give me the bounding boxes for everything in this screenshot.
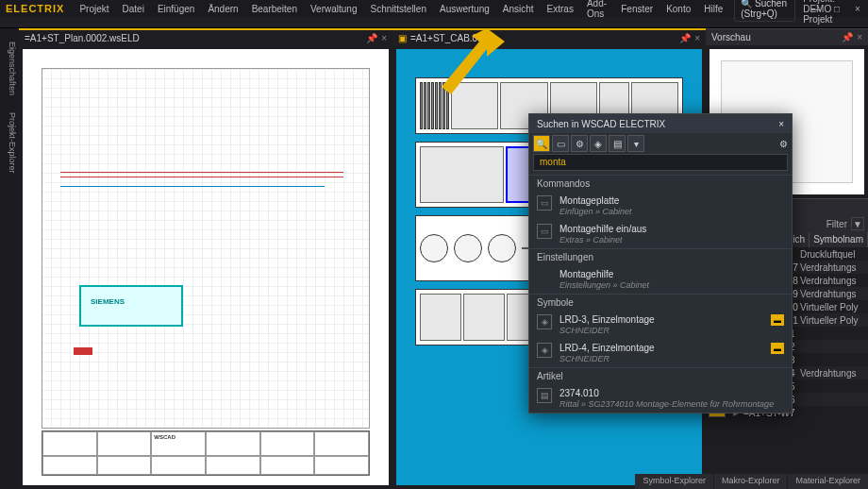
dialog-close-icon[interactable]: × <box>778 119 784 129</box>
maximize-icon[interactable]: □ <box>830 2 843 15</box>
menu-auswertung[interactable]: Auswertung <box>434 2 495 16</box>
btab-makro-explorer[interactable]: Makro-Explorer <box>714 474 788 489</box>
result-article-2374010[interactable]: ▤2374.010Rittal » SG2374010 Montage-Elem… <box>529 384 792 413</box>
app-logo: ELECTRIX <box>6 3 64 14</box>
pin-icon[interactable]: 📌 <box>679 33 691 43</box>
sidebar-tab-eigenschaften[interactable]: Eigenschaften <box>0 38 19 99</box>
menu-addons[interactable]: Add-Ons <box>581 0 613 21</box>
tab-schematic[interactable]: =A1+ST_Plan.0002.wsELD 📌 × <box>19 28 392 45</box>
menu-datei[interactable]: Datei <box>117 2 150 16</box>
pin-icon[interactable]: 📌 <box>842 32 853 42</box>
main-menubar: ELECTRIX Projekt Datei Einfügen Ändern B… <box>0 0 868 17</box>
gear-icon[interactable]: ⚙ <box>779 139 788 149</box>
section-symbols: Symbole <box>529 294 792 311</box>
search-dialog: Suchen in WSCAD ELECTRIX × 🔍 ▭ ⚙ ◈ ▤ ▾ ⚙… <box>528 113 793 413</box>
left-sidebar: Eigenschaften Projekt-Explorer <box>0 28 19 489</box>
close-icon[interactable]: × <box>857 32 862 42</box>
close-icon[interactable]: × <box>851 2 864 15</box>
schematic-canvas[interactable]: SIEMENS WSCAD <box>23 49 389 485</box>
close-tab-icon[interactable]: × <box>381 33 387 43</box>
btab-material-explorer[interactable]: Material-Explorer <box>788 474 868 489</box>
menu-schnittstellen[interactable]: Schnittstellen <box>364 2 431 16</box>
close-tab-icon[interactable]: × <box>694 33 700 43</box>
section-articles: Artikel <box>529 367 792 384</box>
section-settings: Einstellungen <box>529 248 792 265</box>
warning-icon: ▣ <box>398 33 407 43</box>
sym-cell: Virtueller Poly <box>798 302 868 312</box>
sidebar-tab-projekt-explorer[interactable]: Projekt-Explorer <box>0 109 19 177</box>
section-commands: Kommandos <box>529 175 792 192</box>
result-montagehilfe-setting[interactable]: MontagehilfeEinstellungen » Cabinet <box>529 265 792 294</box>
sym-cell: Verdrahtungs <box>798 276 868 286</box>
minimize-icon[interactable]: — <box>810 2 823 15</box>
sym-cell: Virtueller Poly <box>798 315 868 326</box>
menu-fenster[interactable]: Fenster <box>615 2 659 16</box>
menu-verwaltung[interactable]: Verwaltung <box>305 2 362 16</box>
cabinet-badge-icon: ▬ <box>771 343 784 354</box>
tab-cabinet[interactable]: ▣ =A1+ST_CAB.0001… 📌 × <box>392 28 706 45</box>
search-mode-set[interactable]: ⚙ <box>571 135 588 152</box>
btab-symbol-explorer[interactable]: Symbol-Explorer <box>635 474 713 489</box>
search-mode-all[interactable]: 🔍 <box>533 135 550 152</box>
bottom-tabs: Symbol-Explorer Makro-Explorer Material-… <box>635 474 868 489</box>
search-input[interactable]: monta <box>533 154 788 171</box>
result-montageplatte[interactable]: ▭MontageplatteEinfügen » Cabinet <box>529 192 792 220</box>
cabinet-badge-icon: ▬ <box>771 314 784 326</box>
component-plc[interactable] <box>79 285 183 327</box>
menu-ansicht[interactable]: Ansicht <box>497 2 540 16</box>
menu-einfuegen[interactable]: Einfügen <box>152 2 200 16</box>
menu-konto[interactable]: Konto <box>660 2 696 16</box>
menu-bearbeiten[interactable]: Bearbeiten <box>246 2 303 16</box>
filter-icon[interactable]: ▼ <box>851 217 864 230</box>
sym-cell: Verdrahtungs <box>798 262 868 273</box>
titleblock: WSCAD <box>42 430 370 476</box>
result-montagehilfe-toggle[interactable]: ▭Montagehilfe ein/ausExtras » Cabinet <box>529 220 792 248</box>
vendor-label: SIEMENS <box>91 297 125 306</box>
search-mode-cmd[interactable]: ▭ <box>552 135 569 152</box>
sym-cell: Verdrahtungs <box>798 289 868 299</box>
sym-cell: Druckluftquel <box>798 249 868 260</box>
result-lrd3[interactable]: ◈LRD-3, EinzelmontageSCHNEIDER▬ <box>529 311 792 339</box>
menu-projekt[interactable]: Projekt <box>74 2 114 16</box>
search-mode-sym[interactable]: ◈ <box>590 135 607 152</box>
pin-icon[interactable]: 📌 <box>366 33 377 43</box>
preview-tab[interactable]: Vorschau 📌 × <box>706 28 868 45</box>
filter-label[interactable]: Filter <box>826 219 847 229</box>
menu-aendern[interactable]: Ändern <box>202 2 243 16</box>
schematic-panel: =A1+ST_Plan.0002.wsELD 📌 × SIEMENS WSCAD <box>19 28 392 489</box>
menu-extras[interactable]: Extras <box>542 2 579 16</box>
sym-cell: Verdrahtungs <box>798 368 868 379</box>
search-mode-dropdown[interactable]: ▾ <box>627 135 644 152</box>
global-search[interactable]: 🔍 Suchen (Strg+Q) <box>734 0 795 22</box>
menu-hilfe[interactable]: Hilfe <box>698 2 728 16</box>
result-lrd4[interactable]: ◈LRD-4, EinzelmontageSCHNEIDER▬ <box>529 339 792 367</box>
search-mode-art[interactable]: ▤ <box>609 135 626 152</box>
dialog-titlebar[interactable]: Suchen in WSCAD ELECTRIX × <box>529 114 792 133</box>
